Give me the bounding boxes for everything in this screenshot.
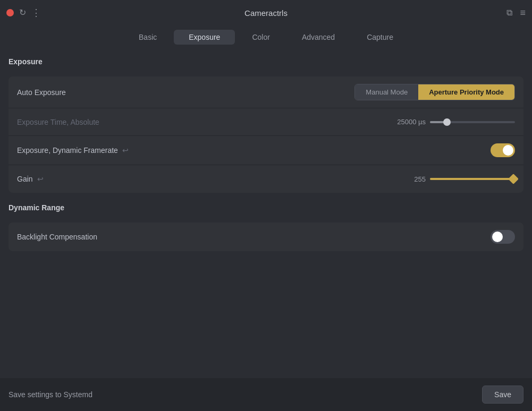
backlight-label: Backlight Compensation: [17, 233, 491, 241]
auto-exposure-control: Manual Mode Aperture Priority Mode: [354, 84, 515, 100]
backlight-knob: [492, 232, 503, 242]
exposure-time-control: 25000 µs: [383, 118, 515, 126]
manual-mode-button[interactable]: Manual Mode: [355, 84, 418, 100]
exposure-card: Auto Exposure Manual Mode Aperture Prior…: [9, 76, 523, 193]
gain-row: Gain ↩ 255: [9, 165, 523, 193]
exposure-time-thumb[interactable]: [443, 118, 451, 126]
exposure-time-row: Exposure Time, Absolute 25000 µs: [9, 108, 523, 136]
aperture-priority-button[interactable]: Aperture Priority Mode: [418, 84, 514, 100]
auto-exposure-row: Auto Exposure Manual Mode Aperture Prior…: [9, 76, 523, 108]
dynamic-framerate-reset-icon[interactable]: ↩: [122, 146, 129, 155]
refresh-button[interactable]: ↻: [19, 8, 26, 17]
backlight-toggle[interactable]: [491, 230, 515, 244]
dynamic-framerate-toggle[interactable]: [491, 143, 515, 157]
titlebar: ↻ ⋮ Cameractrls ⧉ ≡: [0, 0, 532, 25]
tab-advanced[interactable]: Advanced: [287, 30, 350, 45]
exposure-time-value: 25000 µs: [383, 118, 426, 126]
gain-fill: [430, 178, 513, 180]
content-spacer: [9, 260, 523, 372]
gain-label: Gain ↩: [17, 175, 383, 183]
auto-exposure-label: Auto Exposure: [17, 88, 354, 97]
tab-color[interactable]: Color: [237, 30, 284, 45]
tab-bar: Basic Exposure Color Advanced Capture: [0, 25, 532, 49]
backlight-control: [491, 230, 515, 244]
gain-slider[interactable]: [430, 178, 515, 180]
dynamic-framerate-knob: [503, 145, 513, 156]
backlight-row: Backlight Compensation: [9, 222, 523, 251]
tab-capture[interactable]: Capture: [352, 30, 408, 45]
gain-thumb[interactable]: [508, 174, 519, 184]
titlebar-right: ⧉ ≡: [506, 7, 526, 19]
gain-control: 255: [383, 175, 515, 183]
exposure-time-label: Exposure Time, Absolute: [17, 118, 383, 126]
main-content: Exposure Auto Exposure Manual Mode Apert…: [0, 49, 532, 378]
exposure-section-header: Exposure: [9, 55, 523, 68]
tab-exposure[interactable]: Exposure: [174, 30, 235, 45]
close-button[interactable]: [6, 9, 14, 16]
footer-label: Save settings to Systemd: [9, 390, 482, 399]
window-controls: ↻ ⋮: [6, 7, 41, 19]
hamburger-button[interactable]: ≡: [520, 7, 526, 19]
exposure-time-slider[interactable]: [430, 121, 515, 123]
save-button[interactable]: Save: [482, 386, 523, 404]
dynamic-range-section-header: Dynamic Range: [9, 201, 523, 214]
gain-value: 255: [383, 175, 426, 183]
more-button[interactable]: ⋮: [31, 7, 41, 19]
footer: Save settings to Systemd Save: [0, 378, 532, 411]
dynamic-framerate-control: [491, 143, 515, 157]
gain-reset-icon[interactable]: ↩: [37, 175, 44, 183]
app-title: Cameractrls: [244, 8, 288, 18]
dynamic-framerate-row: Exposure, Dynamic Framerate ↩: [9, 136, 523, 165]
tab-basic[interactable]: Basic: [124, 30, 172, 45]
window-mode-button[interactable]: ⧉: [506, 8, 512, 18]
exposure-mode-group: Manual Mode Aperture Priority Mode: [354, 84, 515, 100]
dynamic-range-card: Backlight Compensation: [9, 222, 523, 251]
dynamic-framerate-label: Exposure, Dynamic Framerate ↩: [17, 146, 491, 155]
